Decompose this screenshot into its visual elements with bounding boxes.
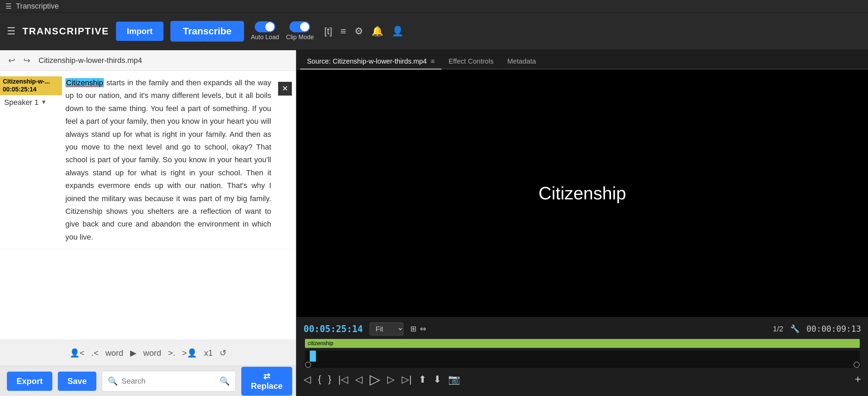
timeline-bar: citizenship: [304, 339, 861, 349]
resolution-icons: ⊞ ⇔: [410, 324, 426, 333]
search-input[interactable]: [121, 377, 216, 386]
next-sentence-icon[interactable]: >.: [168, 348, 175, 358]
timeline-ticks: [304, 362, 861, 368]
timecode-current: 00:05:25:14: [304, 324, 363, 334]
timecode-duration: 00:00:09:13: [806, 324, 861, 334]
toolbar-hamburger-icon[interactable]: ☰: [7, 25, 15, 37]
undo-button[interactable]: ↩: [6, 54, 18, 67]
timecode-row: 00:05:25:14 Fit 25% 50% 100% ⊞ ⇔ 1/2 🔧 0…: [304, 322, 861, 336]
next-word-icon[interactable]: word: [143, 348, 161, 358]
out-point-icon[interactable]: }: [328, 374, 331, 385]
transcribe-button[interactable]: Transcribe: [170, 21, 244, 42]
bell-icon[interactable]: 🔔: [371, 25, 383, 37]
fit-select[interactable]: Fit 25% 50% 100%: [370, 322, 403, 336]
add-button[interactable]: +: [855, 373, 861, 386]
prev-speaker-icon[interactable]: 👤<: [70, 348, 85, 358]
timeline-start-circle: [305, 362, 311, 368]
clipmode-toggle[interactable]: [289, 21, 310, 32]
toolbar-icon-group: [t] ≡ ⚙ 🔔 👤: [324, 25, 404, 37]
autoload-toggle[interactable]: [255, 21, 275, 32]
save-button[interactable]: Save: [58, 372, 96, 391]
tab-source[interactable]: Source: Citizenship-w-lower-thirds.mp4 ≡: [300, 54, 442, 69]
search-submit-icon[interactable]: 🔍: [220, 376, 230, 386]
gear-icon[interactable]: ⚙: [354, 25, 363, 37]
in-point-icon[interactable]: {: [318, 374, 321, 385]
autoload-toggle-group: Auto Load: [251, 21, 279, 41]
highlighted-word: Citizenship: [65, 78, 104, 87]
play-icon[interactable]: ▶: [130, 348, 136, 358]
main-area: ↩ ↪ Citizenship-w-lower-thirds.mp4 Citiz…: [0, 50, 868, 396]
step-back-icon[interactable]: ◁: [355, 374, 363, 385]
close-transcript-button[interactable]: ✕: [278, 82, 292, 96]
camera-icon[interactable]: 📷: [448, 374, 460, 385]
transcript-body: starts in the family and then expands al…: [65, 78, 271, 241]
speaker-dropdown-icon[interactable]: ▼: [41, 99, 47, 106]
file-bar: ↩ ↪ Citizenship-w-lower-thirds.mp4: [0, 50, 296, 71]
loop-icon[interactable]: ↺: [220, 348, 226, 358]
playback-row: ◁ { } |◁ ◁ ▷ ▷ ▷| ⬆ ⬇ 📷 +: [304, 368, 861, 390]
page-indicator: 1/2: [773, 324, 783, 333]
import-button[interactable]: Import: [116, 22, 164, 41]
lift-icon[interactable]: ⬆: [419, 374, 426, 385]
scrubber-line: [313, 351, 313, 362]
top-hamburger-icon[interactable]: ☰: [6, 2, 12, 10]
top-bar: ☰ Transcriptive: [0, 0, 868, 12]
scrubber-area[interactable]: [305, 351, 860, 362]
mark-in-icon[interactable]: ◁: [304, 374, 311, 385]
search-bar: 🔍 🔍: [102, 371, 236, 392]
next-speaker-icon[interactable]: >👤: [182, 348, 197, 358]
video-display-text: Citizenship: [539, 183, 626, 204]
right-tab-bar: Source: Citizenship-w-lower-thirds.mp4 ≡…: [297, 50, 868, 69]
step-forward-icon[interactable]: ▷: [387, 374, 395, 385]
timeline-end-circle: [854, 362, 860, 368]
clip-track[interactable]: citizenship: [305, 339, 860, 348]
toolbar-brand: TRANSCRIPTIVE: [22, 26, 109, 37]
file-name: Citizenship-w-lower-thirds.mp4: [39, 56, 142, 65]
go-out-icon[interactable]: ▷|: [402, 374, 412, 385]
video-controls: 00:05:25:14 Fit 25% 50% 100% ⊞ ⇔ 1/2 🔧 0…: [297, 317, 868, 396]
go-in-icon[interactable]: |◁: [338, 374, 348, 385]
source-tab-menu-icon[interactable]: ≡: [431, 57, 435, 65]
speaker-selector[interactable]: Speaker 1 ▼: [0, 95, 62, 110]
scrubber-head[interactable]: [310, 351, 316, 362]
transcript-text[interactable]: Citizenship starts in the family and the…: [62, 76, 278, 243]
prev-sentence-icon[interactable]: .<: [92, 348, 99, 358]
left-panel: ↩ ↪ Citizenship-w-lower-thirds.mp4 Citiz…: [0, 50, 297, 396]
transcript-area: Citizenship-w-... 00:05:25:14 Speaker 1 …: [0, 71, 296, 340]
tab-metadata[interactable]: Metadata: [500, 54, 543, 69]
resolution-icon-2[interactable]: ⇔: [420, 324, 426, 333]
bracket-icon[interactable]: [t]: [324, 26, 332, 37]
clip-label: Citizenship-w-... 00:05:25:14: [0, 76, 62, 95]
extract-icon[interactable]: ⬇: [433, 374, 441, 385]
speed-icon[interactable]: x1: [204, 348, 213, 358]
user-icon[interactable]: 👤: [392, 25, 404, 37]
autoload-label: Auto Load: [251, 34, 279, 41]
list-icon[interactable]: ≡: [340, 26, 346, 37]
clipmode-toggle-group: Clip Mode: [286, 21, 314, 41]
resolution-icon-1[interactable]: ⊞: [410, 324, 416, 333]
search-icon: 🔍: [108, 376, 118, 386]
prev-word-icon[interactable]: word: [105, 348, 123, 358]
wrench-icon[interactable]: 🔧: [790, 324, 800, 333]
replace-button[interactable]: ⇄ Replace: [241, 367, 292, 396]
top-bar-title: Transcriptive: [16, 2, 59, 11]
tab-effect-controls[interactable]: Effect Controls: [442, 54, 500, 69]
table-row: Citizenship-w-... 00:05:25:14 Speaker 1 …: [0, 71, 296, 249]
play-stop-icon[interactable]: ▷: [370, 371, 380, 387]
action-bar: Export Save 🔍 🔍 ⇄ Replace digitalanarchy…: [0, 366, 296, 396]
clipmode-label: Clip Mode: [286, 34, 314, 41]
toolbar: ☰ TRANSCRIPTIVE Import Transcribe Auto L…: [0, 12, 868, 50]
right-panel: Source: Citizenship-w-lower-thirds.mp4 ≡…: [297, 50, 868, 396]
undo-redo-group: ↩ ↪: [6, 54, 33, 67]
export-button[interactable]: Export: [7, 372, 52, 391]
playback-controls: 👤< .< word ▶ word >. >👤 x1 ↺: [0, 340, 296, 366]
speaker-column: Citizenship-w-... 00:05:25:14 Speaker 1 …: [0, 76, 62, 243]
video-preview: Citizenship: [297, 69, 868, 317]
redo-button[interactable]: ↪: [21, 54, 33, 67]
